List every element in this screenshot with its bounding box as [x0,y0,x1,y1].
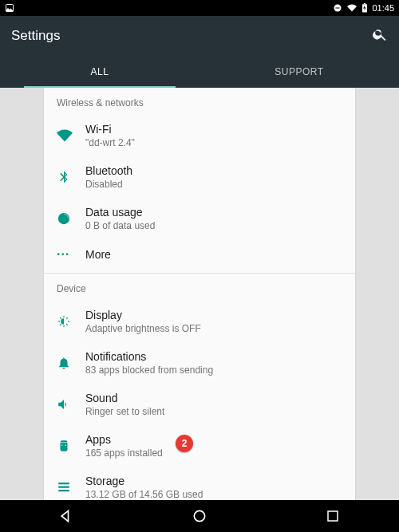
svg-rect-8 [58,490,69,491]
svg-rect-4 [364,3,365,4]
row-title: Display [85,309,201,321]
sound-icon [57,397,85,412]
tabs: ALL SUPPORT [0,56,399,88]
recent-icon [326,509,340,523]
row-sub: 165 apps installed [85,447,163,459]
picture-icon [5,3,14,13]
back-button[interactable] [50,500,82,532]
tab-support[interactable]: SUPPORT [200,56,399,88]
search-button[interactable] [372,26,388,45]
row-title: Apps [85,433,163,446]
row-sub: 0 B of data used [85,220,155,231]
page-title: Settings [11,28,60,44]
row-title: Wi-Fi [85,123,135,136]
row-wifi[interactable]: Wi-Fi "dd-wrt 2.4" [44,115,355,156]
wifi-icon [346,3,358,13]
svg-rect-6 [58,483,69,484]
data-usage-icon [57,211,85,226]
bell-icon [57,356,85,370]
apps-icon [57,439,85,453]
row-data-usage[interactable]: Data usage 0 B of data used [44,198,355,239]
search-icon [372,26,388,42]
row-more[interactable]: ··· More [44,239,355,270]
svg-point-12 [194,510,204,521]
home-button[interactable] [184,500,215,532]
settings-card: Wireless & networks Wi-Fi "dd-wrt 2.4" B… [44,88,355,500]
row-sub: 83 apps blocked from sending [85,365,213,376]
status-bar: 01:45 [0,0,399,16]
row-title: Bluetooth [85,164,132,177]
row-apps[interactable]: Apps 165 apps installed 2 [44,425,355,467]
back-icon [58,508,74,524]
wifi-icon [57,128,85,144]
annotation-badge: 2 [176,435,193,452]
row-sub: Disabled [85,179,132,190]
battery-icon [361,3,368,13]
row-sub: Adaptive brightness is OFF [85,323,201,334]
tab-all[interactable]: ALL [0,56,200,88]
app-bar: Settings ALL SUPPORT [0,16,399,88]
section-wireless-header: Wireless & networks [44,88,355,115]
svg-rect-13 [328,511,338,521]
svg-rect-7 [58,487,69,488]
navigation-bar [0,500,399,532]
row-notifications[interactable]: Notifications 83 apps blocked from sendi… [44,342,355,384]
row-display[interactable]: Display Adaptive brightness is OFF [44,301,355,342]
row-title: More [85,248,111,261]
bluetooth-icon [57,170,85,184]
row-sub: Ringer set to silent [85,406,164,417]
row-title: Sound [85,392,164,404]
row-sub: "dd-wrt 2.4" [85,137,135,148]
row-storage[interactable]: Storage 13.12 GB of 14.56 GB used [44,467,355,500]
recent-button[interactable] [317,500,349,532]
svg-rect-2 [336,8,340,9]
home-icon [192,508,207,524]
storage-icon [57,480,85,495]
row-bluetooth[interactable]: Bluetooth Disabled [44,156,355,198]
display-icon [57,314,85,329]
row-title: Storage [85,475,203,487]
section-device-header: Device [44,274,355,301]
content: Wireless & networks Wi-Fi "dd-wrt 2.4" B… [0,88,399,500]
status-time: 01:45 [372,3,394,13]
row-sub: 13.12 GB of 14.56 GB used [85,489,203,500]
more-icon: ··· [57,247,85,262]
row-title: Data usage [85,206,155,219]
row-title: Notifications [85,350,213,363]
dnd-icon [333,3,342,13]
row-sound[interactable]: Sound Ringer set to silent [44,384,355,425]
